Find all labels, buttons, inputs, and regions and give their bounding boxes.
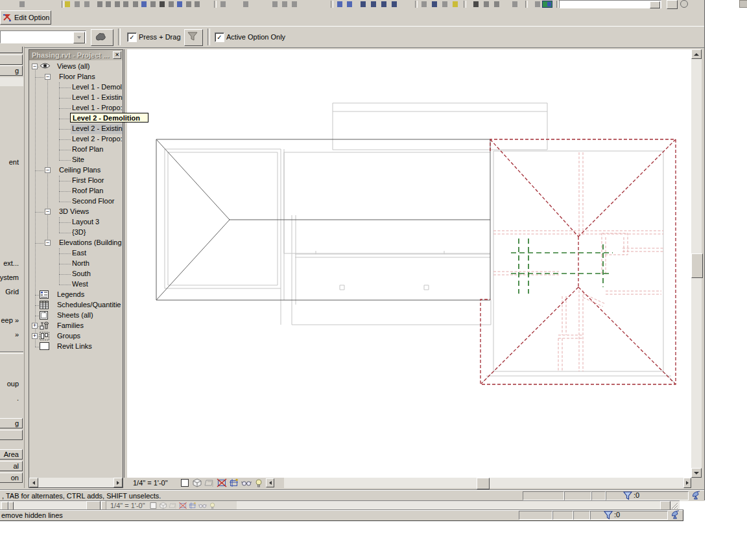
tree-item-label[interactable]: Level 1 - Propo: <box>71 103 123 113</box>
tree-item-layout-3[interactable]: Layout 3 <box>29 217 123 228</box>
tree-item-roof-plan[interactable]: Roof Plan <box>29 186 123 196</box>
temporary-hide-isolate-icon[interactable] <box>198 502 207 509</box>
collapse-icon[interactable]: − <box>45 240 51 246</box>
tree-item-label[interactable]: {3D} <box>71 228 87 238</box>
tree-item-3d[interactable]: {3D} <box>29 228 123 238</box>
toolbar-icon-fragment[interactable] <box>535 1 540 7</box>
tree-item-legends[interactable]: Legends <box>29 290 123 300</box>
toolbar-icon-fragment[interactable] <box>195 1 200 7</box>
toolbar-icon-fragment[interactable] <box>512 1 517 7</box>
collapse-icon[interactable]: − <box>32 64 38 69</box>
combo-dropdown-button[interactable] <box>73 32 85 43</box>
toolbar-icon-fragment[interactable] <box>65 1 70 7</box>
toolbar-icon-fragment[interactable] <box>150 1 156 7</box>
selection-filter-icon[interactable] <box>623 491 633 500</box>
toolbar-icon-fragment[interactable] <box>19 1 25 7</box>
tree-item-sheets-all[interactable]: Sheets (all) <box>29 310 123 321</box>
tree-item-label[interactable]: Schedules/Quantitie <box>56 300 122 310</box>
toolbar-icon-fragment[interactable] <box>371 1 376 7</box>
tree-item-label[interactable]: Sheets (all) <box>56 310 95 321</box>
scroll-left-icon[interactable] <box>29 478 38 487</box>
expand-icon[interactable]: + <box>32 323 38 329</box>
type-selector-combo[interactable] <box>559 0 661 8</box>
collapse-icon[interactable]: − <box>45 209 51 215</box>
tree-item-elevations-building[interactable]: −Elevations (Building <box>29 238 123 248</box>
browser-title-bar[interactable]: Phasing.rvt - Project ... <box>29 50 123 60</box>
detail-level-icon[interactable] <box>149 502 158 509</box>
toolbar-icon-fragment[interactable] <box>347 1 352 7</box>
design-bar-item-label[interactable]: . <box>0 393 22 403</box>
toolbar-icon-fragment[interactable] <box>494 1 499 7</box>
tree-item-label[interactable]: First Floor <box>71 176 106 186</box>
edit-selected-button[interactable] <box>91 29 113 46</box>
toolbar-icon-fragment[interactable] <box>473 1 479 7</box>
shadows-icon[interactable] <box>204 478 215 487</box>
browser-hscrollbar[interactable] <box>29 478 123 487</box>
toolbar-icon-fragment[interactable] <box>75 1 80 7</box>
toolbar-icon-fragment[interactable] <box>292 1 297 7</box>
tree-item-level-1-demol[interactable]: Level 1 - Demol <box>29 82 123 93</box>
toolbar-icon-fragment[interactable] <box>186 1 191 7</box>
tree-item-label[interactable]: Roof Plan <box>71 186 104 196</box>
tree-item-south[interactable]: South <box>29 269 123 279</box>
tree-item-label[interactable]: Elevations (Building <box>58 238 123 248</box>
design-bar-item-label[interactable]: ent <box>0 158 22 167</box>
drawing-area[interactable] <box>127 49 691 478</box>
design-bar-button[interactable] <box>0 54 23 65</box>
tree-item-label[interactable]: Site <box>71 155 86 165</box>
design-bar-button[interactable]: Area <box>0 449 23 460</box>
tree-item-label[interactable]: East <box>71 248 88 259</box>
tree-item-label[interactable]: South <box>71 269 92 279</box>
tree-item-level-2-existin[interactable]: Level 2 - Existin <box>29 124 123 134</box>
toolbar-icon-fragment[interactable] <box>667 0 678 9</box>
toolbar-icon-fragment[interactable] <box>106 1 111 7</box>
tree-item-label[interactable]: Legends <box>56 290 86 300</box>
crop-region-visibility-icon[interactable] <box>188 502 196 509</box>
tree-item-label[interactable]: Level 1 - Demol <box>71 82 123 93</box>
toolbar-icon-fragment[interactable] <box>97 1 102 7</box>
toolbar-icon-fragment[interactable] <box>84 1 89 7</box>
tree-item-label[interactable]: West <box>71 279 89 290</box>
shadows-icon[interactable] <box>169 502 177 509</box>
toolbar-icon-fragment[interactable] <box>123 1 128 7</box>
tree-item-site[interactable]: Site <box>29 155 123 165</box>
tree-item-families[interactable]: +Families <box>29 321 123 331</box>
expand-icon[interactable]: + <box>32 333 38 339</box>
toolbar-icon-fragment[interactable] <box>421 1 427 7</box>
press-drag-checkbox[interactable]: ✓ <box>127 32 137 42</box>
canvas-vscrollbar[interactable] <box>691 49 702 478</box>
temporary-hide-isolate-icon[interactable] <box>241 478 252 487</box>
toolbar-icon-fragment[interactable] <box>272 1 278 7</box>
tree-item-label[interactable]: Families <box>56 321 85 331</box>
tree-item-label[interactable]: 3D Views <box>58 207 90 217</box>
design-bar-item-label[interactable]: eep » <box>0 316 22 325</box>
reveal-hidden-elements-icon[interactable] <box>208 502 217 509</box>
tree-item-label[interactable]: Level 2 - Propo: <box>71 134 123 145</box>
collapse-icon[interactable]: − <box>45 167 51 173</box>
selection-filter-icon[interactable] <box>604 511 613 520</box>
design-bar-item-label[interactable]: System <box>0 273 22 283</box>
tree-item-label[interactable]: Roof Plan <box>71 145 104 155</box>
toolbar-icon-fragment[interactable] <box>141 1 147 7</box>
view-scale[interactable]: 1/4" = 1'-0" <box>127 479 180 487</box>
tree-item-label[interactable]: Floor Plans <box>58 72 97 82</box>
toolbar-icon-fragment[interactable] <box>484 1 489 7</box>
filter-button[interactable] <box>184 29 203 46</box>
toolbar-icon-fragment[interactable] <box>442 1 447 7</box>
tree-item-label[interactable]: Revit Links <box>56 342 93 352</box>
detail-level-icon[interactable] <box>180 478 190 487</box>
toolbar-icon-fragment[interactable] <box>381 1 386 7</box>
crop-region-visibility-icon[interactable] <box>229 478 239 487</box>
worksharing-dish-icon[interactable] <box>670 510 680 519</box>
model-graphics-style-icon[interactable] <box>159 502 167 509</box>
tree-item-level-1-existin[interactable]: Level 1 - Existin <box>29 93 123 103</box>
tree-item-second-floor[interactable]: Second Floor <box>29 196 123 207</box>
toolbar-icon-fragment[interactable] <box>361 1 366 7</box>
toolbar-icon-fragment[interactable] <box>169 1 174 7</box>
toolbar-icon-fragment[interactable] <box>160 1 165 7</box>
toolbar-icon-fragment[interactable] <box>542 1 552 8</box>
toolbar-icon-fragment[interactable] <box>177 1 182 7</box>
scroll-down-icon[interactable] <box>691 468 702 478</box>
design-bar-button[interactable]: g <box>0 65 23 76</box>
canvas-hscrollbar[interactable] <box>284 478 683 488</box>
